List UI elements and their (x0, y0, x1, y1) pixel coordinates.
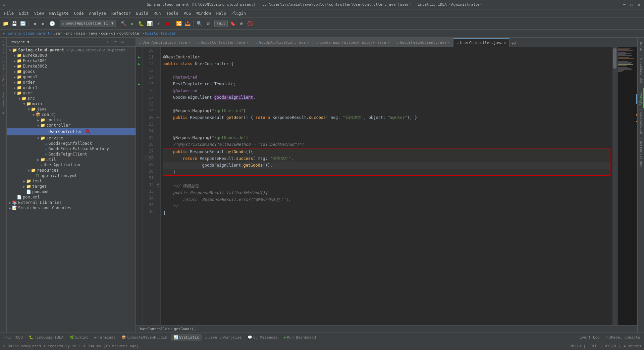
right-tab-restservices[interactable]: RestServices (639, 109, 643, 137)
toolbar-profile-btn[interactable]: ⚡ (155, 19, 163, 28)
code-content[interactable]: @RestController public class UserControl… (161, 47, 612, 325)
status-indent[interactable]: 4 spaces (624, 344, 641, 348)
tree-usercontroller[interactable]: ☕ UserController (7, 128, 136, 135)
tab-close-btn[interactable]: ✕ (188, 41, 190, 44)
right-tab-aixcoder[interactable]: AiXcoder (638, 88, 644, 108)
tree-goods[interactable]: ▶ 📁 goods (7, 69, 136, 74)
tree-user[interactable]: ▼ 📁 user (7, 90, 136, 96)
breadcrumb-controller[interactable]: controller (119, 31, 141, 36)
bottom-tab-terminal[interactable]: ▶ Terminal (92, 334, 118, 341)
bottom-tab-consolemaven[interactable]: 📦 ConsoleMavenPlugin (119, 334, 170, 341)
right-tab-beanvalidation[interactable]: Bean Validation (639, 138, 643, 171)
status-position[interactable]: 28:20 (570, 344, 581, 348)
tab-close-btn3[interactable]: ✕ (307, 41, 309, 44)
toolbar-search-btn[interactable]: 🔍 (196, 19, 204, 28)
tree-resources[interactable]: ▼ 📁 resources (7, 168, 136, 173)
menu-help[interactable]: Help (214, 10, 229, 16)
tab-close-btn2[interactable]: ✕ (247, 41, 249, 44)
breadcrumb-root[interactable]: Spring-cloud-parent (8, 31, 50, 36)
tab-close-btn5[interactable]: ✕ (448, 41, 450, 44)
breadcrumb-src[interactable]: src (66, 31, 72, 36)
run-config-dropdown[interactable]: ☕ GoodsApplication (1) ▼ (60, 20, 116, 27)
maximize-btn[interactable]: □ (629, 2, 634, 7)
toolbar-sync-btn[interactable]: 🔄 (19, 19, 27, 28)
tree-order1[interactable]: ▶ 📁 order1 (7, 85, 136, 90)
toolbar-coverage-btn[interactable]: 📊 (146, 19, 154, 28)
project-dropdown[interactable]: Project ▼ (9, 40, 103, 44)
bottom-tab-spring[interactable]: 🌿 Spring (67, 334, 91, 341)
tree-applicationyml[interactable]: 🗒 application.yml (7, 173, 136, 178)
bottom-tab-findbugs[interactable]: 🐛 FindBugs-IDEA (26, 334, 66, 341)
breadcrumb-user[interactable]: user (53, 31, 62, 36)
fold-31[interactable]: − (157, 181, 160, 188)
tree-eureka3001[interactable]: ▶ 📁 Eureka3001 (7, 58, 136, 63)
tree-pomxml-root[interactable]: 📄 pom.xml (7, 194, 136, 200)
tab-more[interactable]: +2 (509, 41, 518, 47)
tree-order[interactable]: ▶ 📁 order (7, 80, 136, 85)
toolbar-back-btn[interactable]: ◀ (31, 19, 39, 28)
tree-comdj[interactable]: ▼ 📦 com.dj (7, 112, 136, 117)
tab-close-btn6[interactable]: ✕ (504, 41, 506, 45)
scroll-track[interactable] (612, 47, 617, 325)
menu-plugin[interactable]: Plugin (229, 10, 249, 16)
tree-goodsfeginfallback[interactable]: ☕ GoodsFeginfallback (7, 141, 136, 146)
right-tab-maven[interactable]: Maven (639, 39, 643, 54)
menu-edit[interactable]: Edit (16, 10, 32, 16)
tab-close-btn4[interactable]: ✕ (387, 41, 389, 44)
menu-view[interactable]: View (32, 10, 47, 16)
fold-20[interactable]: − (157, 114, 160, 121)
menu-run[interactable]: Run (151, 10, 164, 16)
toolbar-debug-btn[interactable]: 🐛 (137, 19, 145, 28)
panel-settings-btn[interactable]: ⚙ (119, 39, 125, 45)
panel-collapse-btn[interactable]: — (127, 39, 133, 45)
bottom-tab-jrebelconsole[interactable]: ⚡ JRebel Console (603, 334, 643, 341)
panel-sync-btn[interactable]: ⟳ (112, 39, 118, 45)
menu-vcs[interactable]: VCS (181, 10, 194, 16)
toolbar-forward-btn[interactable]: ▶ (39, 19, 47, 28)
tree-scratches[interactable]: ▶ 📝 Scratches and Consoles (7, 205, 136, 211)
menu-file[interactable]: File (1, 10, 16, 16)
tab-goodscontroller[interactable]: ☕ GoodsController.java ✕ (194, 38, 253, 47)
bottom-tab-javaenterprise[interactable]: ☕ Java Enterprise (202, 334, 244, 341)
status-encoding[interactable]: UTF-8 (605, 344, 616, 348)
tree-controller[interactable]: ▼ 📁 controller (7, 123, 136, 128)
menu-code[interactable]: Code (71, 10, 87, 16)
breadcrumb-usercontroller[interactable]: UserController (145, 31, 176, 36)
tab-usercontroller[interactable]: ☕ UserController.java ✕ (453, 38, 509, 47)
tree-test[interactable]: ▶ 📁 test (7, 178, 136, 184)
menu-analyze[interactable]: Analyze (86, 10, 109, 16)
tree-eureka3002[interactable]: ▶ 📁 Eureka3002 (7, 63, 136, 69)
breadcrumb-main[interactable]: main (76, 31, 85, 36)
toolbar-save-btn[interactable]: 💾 (10, 19, 18, 28)
right-tab-keypromote[interactable]: Key Promoter X (639, 55, 643, 86)
tree-goods1[interactable]: ▶ 📁 goods1 (7, 74, 136, 80)
scroll-thumb[interactable] (613, 48, 616, 69)
toolbar-settings-btn[interactable]: ⚙ (204, 19, 212, 28)
code-editor[interactable]: ▶ ▶ ▶ 10 11 12 13 (136, 47, 637, 325)
toolbar-run-btn[interactable]: ▶ (128, 19, 137, 28)
toolbar-stop-btn[interactable]: ■ (163, 19, 171, 28)
toolbar-git-btn[interactable]: 🔀 (175, 19, 183, 28)
bottom-tab-rundashboard[interactable]: ▶ Run Dashboard (281, 334, 319, 341)
breadcrumb-com[interactable]: com (101, 31, 108, 36)
tree-util[interactable]: ▶ 📁 util (7, 157, 136, 162)
toolbar-new-btn[interactable]: 📁 (1, 19, 9, 28)
tree-java[interactable]: ▼ 📁 java (7, 106, 136, 112)
menu-build[interactable]: Build (133, 10, 151, 16)
tab-goodsfeignclient[interactable]: ◇ GoodsFeignClient.java ✕ (393, 38, 453, 47)
menu-tools[interactable]: Tools (164, 10, 181, 16)
tree-main[interactable]: ▼ 📁 main (7, 101, 136, 106)
breadcrumb-bottom-method[interactable]: getGoods() (174, 327, 196, 331)
toolbar-recent-btn[interactable]: 🕐 (48, 19, 56, 28)
tab-userapplication[interactable]: ☕ UserApplication.java ✕ (136, 38, 194, 47)
tree-eureka3000[interactable]: ▶ 📁 Eureka3000 (7, 53, 136, 58)
breadcrumb-bottom-controller[interactable]: UserController (139, 327, 170, 331)
panel-add-btn[interactable]: + (105, 39, 111, 45)
tail-dropdown[interactable]: Tail (214, 20, 228, 27)
menu-navigate[interactable]: Navigate (47, 10, 71, 16)
tree-config[interactable]: ▶ 📁 config (7, 117, 136, 123)
breadcrumb-dj[interactable]: dj (111, 31, 115, 36)
panel-tab-favorites[interactable]: 6: Favorites (1, 89, 6, 117)
toolbar-ban-btn[interactable]: 🚫 (246, 19, 254, 28)
tree-src[interactable]: ▼ 📁 src (7, 96, 136, 101)
